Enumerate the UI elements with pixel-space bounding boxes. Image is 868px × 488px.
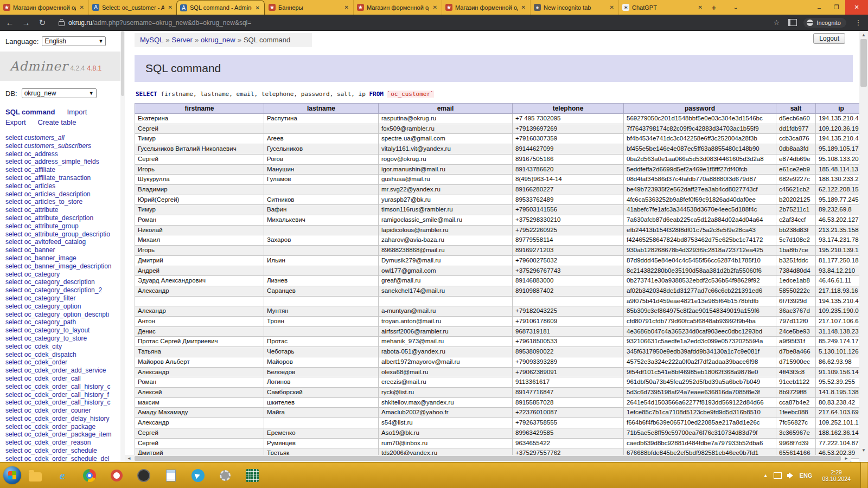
show-desktop-button[interactable]: [860, 463, 867, 488]
table-name-link[interactable]: oc_category_option: [24, 303, 81, 310]
table-name-link[interactable]: oc_articles_to_store: [24, 198, 82, 206]
select-link[interactable]: select: [5, 182, 22, 190]
select-link[interactable]: select: [5, 246, 22, 254]
tab-close-icon[interactable]: ✕: [254, 5, 261, 11]
breadcrumb-link[interactable]: Server: [172, 36, 193, 44]
address-bar[interactable]: okrug.ru/adm.php?username=okrug_new&db=o…: [53, 19, 765, 27]
select-link[interactable]: select: [5, 391, 22, 399]
explorer-icon[interactable]: [25, 466, 45, 485]
spreadsheet-icon[interactable]: [242, 466, 262, 485]
sidebar-scrollbar[interactable]: [120, 31, 125, 462]
settings-icon[interactable]: [215, 466, 235, 485]
nav-link-create-table[interactable]: Create table: [38, 117, 76, 127]
back-icon[interactable]: ←: [4, 18, 15, 27]
table-name-link[interactable]: customers_all: [24, 134, 65, 142]
table-name-link[interactable]: oc_category_to_store: [24, 335, 87, 342]
select-link[interactable]: select: [5, 206, 22, 214]
table-name-link[interactable]: oc_category_description_2: [24, 286, 102, 294]
reload-icon[interactable]: ↻: [37, 18, 48, 28]
table-name-link[interactable]: oc_affiliate: [24, 166, 55, 174]
table-name-link[interactable]: oc_cdek_order: [24, 358, 67, 366]
table-name-link[interactable]: oc_cdek_order_package: [24, 423, 95, 431]
select-link[interactable]: select: [5, 335, 22, 342]
telegram-icon[interactable]: [188, 466, 208, 485]
select-link[interactable]: select: [5, 383, 22, 390]
select-link[interactable]: select: [5, 214, 22, 222]
table-name-link[interactable]: oc_banner_image_description: [24, 262, 112, 270]
select-link[interactable]: select: [5, 318, 22, 326]
select-link[interactable]: select: [5, 158, 22, 165]
select-link[interactable]: select: [5, 238, 22, 246]
select-link[interactable]: select: [5, 294, 22, 302]
table-name-link[interactable]: oc_cdek_order_schedule_del: [24, 455, 110, 462]
select-link[interactable]: select: [5, 198, 22, 206]
tab-close-icon[interactable]: ✕: [609, 4, 615, 10]
column-header-email[interactable]: email: [379, 104, 513, 114]
column-header-telephone[interactable]: telephone: [513, 104, 624, 114]
tab-search-chevron-icon[interactable]: ⌄: [729, 0, 743, 15]
restore-button[interactable]: ❐: [828, 0, 845, 15]
table-name-link[interactable]: oc_cdek_order_package_item: [24, 431, 112, 438]
tab-close-icon[interactable]: ✕: [79, 4, 85, 10]
table-name-link[interactable]: oc_address: [24, 150, 58, 158]
table-name-link[interactable]: oc_cdek_order_delay_history: [24, 415, 110, 422]
select-link[interactable]: select: [5, 431, 22, 438]
db-select[interactable]: okrug_new▼: [22, 88, 97, 98]
table-name-link[interactable]: oc_cdek_order_call_history_f: [24, 391, 109, 399]
side-panel-icon[interactable]: [788, 19, 797, 26]
table-name-link[interactable]: oc_cdek_order_call_history_c: [24, 399, 111, 406]
display-tray-icon[interactable]: [774, 472, 782, 479]
table-name-link[interactable]: oc_cdek_order_reason: [24, 439, 91, 446]
table-name-link[interactable]: oc_category_path: [24, 318, 76, 326]
horizontal-scrollbar[interactable]: ◄ ►: [125, 455, 851, 462]
scroll-left-icon[interactable]: ◄: [125, 456, 133, 461]
select-link[interactable]: select: [5, 166, 22, 174]
breadcrumb-link[interactable]: MySQL: [140, 36, 163, 44]
breadcrumb-link[interactable]: okrug_new: [201, 36, 235, 44]
volume-icon[interactable]: [787, 472, 794, 479]
notepad-icon[interactable]: [161, 466, 181, 485]
table-name-link[interactable]: oc_cdek_city: [24, 343, 62, 350]
column-header-lastname[interactable]: lastname: [264, 104, 379, 114]
table-name-link[interactable]: oc_articles_description: [24, 190, 91, 198]
browser-tab[interactable]: ASelect: oc_customer - Adm✕: [88, 0, 177, 15]
select-link[interactable]: select: [5, 286, 22, 294]
table-name-link[interactable]: oc_banner_image: [24, 254, 76, 262]
tab-close-icon[interactable]: ✕: [520, 4, 527, 10]
browser-tab[interactable]: ★Баннеры✕: [265, 0, 353, 15]
new-tab-button[interactable]: +: [707, 0, 721, 15]
taskbar-clock[interactable]: 2:29 03.10.2024: [818, 469, 855, 482]
table-name-link[interactable]: oc_banner: [24, 246, 55, 254]
table-name-link[interactable]: oc_affiliate_transaction: [24, 174, 91, 182]
table-name-link[interactable]: oc_attribute: [24, 206, 59, 214]
table-name-link[interactable]: customers_subscribers: [24, 142, 91, 150]
table-name-link[interactable]: oc_category: [24, 271, 60, 278]
select-link[interactable]: select: [5, 222, 22, 230]
select-link[interactable]: select: [5, 423, 22, 431]
column-header-ip[interactable]: ip: [816, 104, 860, 114]
select-link[interactable]: select: [5, 142, 22, 150]
tab-close-icon[interactable]: ✕: [167, 4, 174, 10]
close-button[interactable]: ✕: [845, 0, 868, 15]
table-name-link[interactable]: oc_attribute_group: [24, 222, 79, 230]
table-name-link[interactable]: oc_cdek_order_add_service: [24, 367, 106, 374]
tab-close-icon[interactable]: ✕: [697, 4, 704, 10]
tab-close-icon[interactable]: ✕: [343, 4, 350, 10]
select-link[interactable]: select: [5, 415, 22, 422]
table-name-link[interactable]: oc_cdek_order_courier: [24, 407, 91, 414]
nav-link-sql-command[interactable]: SQL command: [5, 107, 55, 117]
minimize-button[interactable]: –: [810, 0, 828, 15]
scroll-down-icon[interactable]: ▼: [861, 446, 866, 454]
select-link[interactable]: select: [5, 407, 22, 414]
select-link[interactable]: select: [5, 303, 22, 310]
table-name-link[interactable]: oc_cdek_dispatch: [24, 351, 76, 358]
browser-tab[interactable]: ★Магазин форменной оде✕: [442, 0, 530, 15]
language-select[interactable]: English▼: [42, 36, 106, 46]
table-name-link[interactable]: oc_cdek_order_schedule: [24, 447, 97, 454]
select-link[interactable]: select: [5, 447, 22, 454]
scroll-right-icon[interactable]: ►: [842, 456, 851, 461]
browser-icon[interactable]: [134, 466, 154, 485]
table-name-link[interactable]: oc_cdek_order_call_history_c: [24, 383, 111, 390]
select-link[interactable]: select: [5, 439, 22, 446]
table-name-link[interactable]: oc_category_filter: [24, 294, 76, 302]
